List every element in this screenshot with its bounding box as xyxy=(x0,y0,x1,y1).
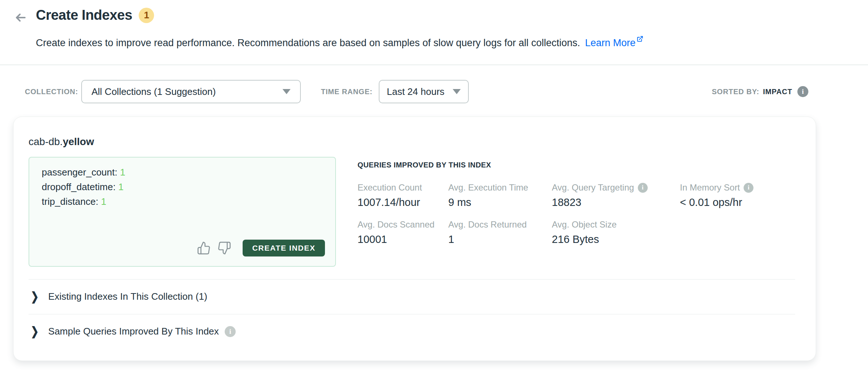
chevron-right-icon: ❯ xyxy=(31,324,39,339)
filter-bar: COLLECTION: All Collections (1 Suggestio… xyxy=(0,80,868,103)
namespace-collection: yellow xyxy=(63,136,94,147)
suggestion-actions: CREATE INDEX xyxy=(197,240,325,256)
thumbs-up-button[interactable] xyxy=(197,241,211,255)
index-field: dropoff_datetime: 1 xyxy=(42,180,335,194)
learn-more-link[interactable]: Learn More xyxy=(585,37,636,48)
sample-queries-section-toggle[interactable]: ❯ Sample Queries Improved By This Index … xyxy=(29,314,795,349)
header-divider xyxy=(0,64,868,65)
stat-avg-docs-scanned: Avg. Docs Scanned 10001 xyxy=(358,219,448,245)
sorted-by-group: SORTED BY: IMPACT i xyxy=(712,80,808,103)
namespace-db: cab-db. xyxy=(29,136,63,147)
sample-queries-label: Sample Queries Improved By This Index xyxy=(48,326,219,337)
in-memory-sort-info-icon[interactable]: i xyxy=(744,183,753,193)
thumbs-down-icon xyxy=(217,241,231,255)
stat-in-memory-sort: In Memory Sorti < 0.01 ops/hr xyxy=(680,182,811,208)
time-range-select-value: Last 24 hours xyxy=(387,86,445,97)
external-link-icon xyxy=(636,34,643,45)
sorted-by-value: IMPACT xyxy=(763,88,792,96)
stat-avg-docs-returned: Avg. Docs Returned 1 xyxy=(448,219,552,245)
suggested-index-box: passenger_count: 1 dropoff_datetime: 1 t… xyxy=(29,157,336,267)
index-field-list: passenger_count: 1 dropoff_datetime: 1 t… xyxy=(29,158,335,209)
queries-improved-panel: QUERIES IMPROVED BY THIS INDEX Execution… xyxy=(358,161,811,245)
existing-indexes-section-toggle[interactable]: ❯ Existing Indexes In This Collection (1… xyxy=(29,279,795,314)
sorted-by-label: SORTED BY: xyxy=(712,88,759,96)
chevron-right-icon: ❯ xyxy=(31,289,39,304)
back-arrow-icon xyxy=(14,11,27,24)
namespace-title: cab-db.yellow xyxy=(29,136,94,148)
caret-down-icon xyxy=(283,89,291,94)
create-index-button[interactable]: CREATE INDEX xyxy=(243,240,325,256)
stats-grid: Execution Count 1007.14/hour Avg. Execut… xyxy=(358,182,811,245)
page-title: Create Indexes xyxy=(36,7,132,23)
stat-avg-object-size: Avg. Object Size 216 Bytes xyxy=(552,219,680,245)
index-suggestion-card: cab-db.yellow passenger_count: 1 dropoff… xyxy=(13,117,816,361)
sorted-by-info-icon[interactable]: i xyxy=(797,86,808,97)
stat-execution-count: Execution Count 1007.14/hour xyxy=(358,182,448,208)
query-targeting-info-icon[interactable]: i xyxy=(638,183,648,193)
stat-avg-execution-time: Avg. Execution Time 9 ms xyxy=(448,182,552,208)
page-description: Create indexes to improve read performan… xyxy=(36,34,643,49)
stat-avg-query-targeting: Avg. Query Targetingi 18823 xyxy=(552,182,680,208)
suggestion-count-badge: 1 xyxy=(139,8,154,23)
queries-improved-title: QUERIES IMPROVED BY THIS INDEX xyxy=(358,161,811,169)
collection-filter-label: COLLECTION: xyxy=(25,80,78,103)
time-range-filter-label: TIME RANGE: xyxy=(321,80,373,103)
index-field: trip_distance: 1 xyxy=(42,194,335,209)
back-button[interactable] xyxy=(13,10,28,25)
time-range-select[interactable]: Last 24 hours xyxy=(379,80,469,103)
thumbs-up-icon xyxy=(197,241,211,255)
create-indexes-page: Create Indexes 1 Create indexes to impro… xyxy=(0,0,868,373)
page-description-text: Create indexes to improve read performan… xyxy=(36,37,580,48)
sample-queries-info-icon[interactable]: i xyxy=(225,326,236,337)
collection-select-value: All Collections (1 Suggestion) xyxy=(91,86,216,97)
existing-indexes-label: Existing Indexes In This Collection (1) xyxy=(48,291,207,302)
collection-select[interactable]: All Collections (1 Suggestion) xyxy=(81,80,301,103)
index-field: passenger_count: 1 xyxy=(42,165,335,180)
thumbs-down-button[interactable] xyxy=(217,241,232,255)
caret-down-icon xyxy=(453,89,461,94)
